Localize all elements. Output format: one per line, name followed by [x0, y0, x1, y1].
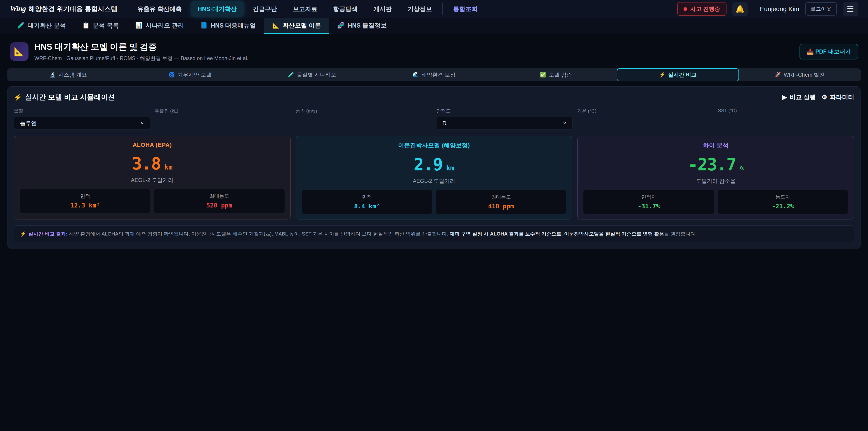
spill-volume-label: 유출량 (kL) [155, 108, 291, 114]
section-tab-label: 실시간 비교 [668, 71, 697, 79]
difference-value: -23.7 [688, 155, 736, 174]
incident-dot-icon [684, 7, 687, 11]
stat-label: 최대농도 [156, 193, 282, 199]
section-tab-label: WRF-Chem 발전 [784, 71, 825, 79]
subtab-dispersion-analysis[interactable]: 🧪 대기확산 분석 [9, 18, 74, 34]
parameters-button[interactable]: ⚙ 파라미터 [822, 93, 854, 101]
section-tab-system-overview[interactable]: 🔬 시스템 개요 [7, 68, 129, 81]
stat-concentration-difference: 농도차 -21.2% [718, 190, 848, 214]
menu-item-weather[interactable]: 기상정보 [401, 1, 439, 17]
subtab-label: HNS 물질정보 [348, 22, 387, 30]
section-tab-wrf-chem[interactable]: 🚀 WRF-Chem 발전 [739, 68, 861, 81]
wind-speed-label: 풍속 (m/s) [296, 108, 432, 114]
page-icon-badge: 📐 [10, 42, 29, 61]
section-tab-label: 가우시안 모델 [178, 71, 212, 79]
wave-icon: 🌊 [412, 72, 418, 78]
card-title: ALOHA (EPA) [20, 142, 285, 149]
material-select[interactable]: 톨루엔 ∨ [14, 117, 150, 129]
subtab-scenario-management[interactable]: 📊 시나리오 관리 [127, 18, 192, 34]
lightning-icon: ⚡ [20, 231, 26, 237]
leemoonjin-distance-unit: km [446, 164, 454, 172]
sub-nav: 🧪 대기확산 분석 📋 분석 목록 📊 시나리오 관리 📘 HNS 대응매뉴얼 … [0, 18, 868, 34]
aloha-result-card: ALOHA (EPA) 3.8 km AEGL-2 도달거리 면적 12.3 k… [14, 136, 291, 219]
stat-area-difference: 면적차 -31.7% [583, 190, 714, 214]
air-temp-label: 기온 (°C) [577, 108, 713, 114]
subtab-label: 시나리오 관리 [146, 22, 184, 30]
microscope-icon: 🔬 [50, 72, 56, 78]
panel-title-text: 실시간 모델 비교 시뮬레이션 [25, 92, 115, 102]
menu-item-emergency-rescue[interactable]: 긴급구난 [246, 1, 284, 17]
pdf-export-button[interactable]: 📥 PDF 내보내기 [800, 44, 858, 59]
subtab-model-theory[interactable]: 📐 확산모델 이론 [264, 18, 329, 34]
subtab-hns-substance-info[interactable]: 🧬 HNS 물질정보 [329, 18, 395, 34]
page-subtitle: WRF-Chem · Gaussian Plume/Puff · ROMS · … [34, 55, 248, 62]
stat-label: 면적차 [586, 194, 712, 201]
stat-value: 520 ppm [156, 202, 282, 209]
menu-item-reports[interactable]: 보고자료 [286, 1, 324, 17]
check-mark-icon: ✅ [540, 72, 546, 78]
section-tab-realtime-comparison[interactable]: ⚡ 실시간 비교 [617, 68, 739, 81]
subtab-label: 분석 목록 [93, 22, 119, 30]
stat-value: -31.7% [586, 203, 712, 210]
menu-divider [442, 3, 443, 15]
run-comparison-label: 비교 실행 [789, 93, 816, 101]
material-select-value: 톨루엔 [20, 120, 37, 127]
gear-icon: ⚙ [822, 94, 827, 101]
lightning-icon: ⚡ [14, 93, 22, 101]
sst-input[interactable] [718, 116, 854, 129]
stat-label: 면적 [304, 194, 430, 201]
book-icon: 📘 [200, 22, 208, 29]
stability-select[interactable]: D ∨ [436, 117, 572, 129]
section-tab-substance-scenario[interactable]: 🧪 물질별 시나리오 [251, 68, 373, 81]
subtab-analysis-list[interactable]: 📋 분석 목록 [74, 18, 127, 34]
comparison-result-note: ⚡실시간 비교 결과: 해양 환경에서 ALOHA의 과대 예측 경향이 확인됩… [14, 225, 854, 242]
note-text: 해양 환경에서 ALOHA의 과대 예측 경향이 확인됩니다. 이문진박사모델은… [68, 231, 450, 237]
lightning-icon: ⚡ [659, 72, 665, 78]
stat-max-concentration: 최대농도 410 ppm [436, 190, 566, 214]
stat-value: -21.2% [720, 203, 846, 210]
section-tab-marine-correction[interactable]: 🌊 해양환경 보정 [373, 68, 495, 81]
dna-icon: 🧬 [337, 22, 344, 29]
section-tab-model-validation[interactable]: ✅ 모델 검증 [495, 68, 617, 81]
menu-item-aerial-search[interactable]: 항공탐색 [327, 1, 364, 17]
test-tube-icon: 🧪 [17, 22, 24, 29]
stat-value: 8.4 km² [304, 203, 430, 210]
wind-speed-input[interactable] [296, 117, 432, 129]
chevron-down-icon: ∨ [141, 121, 144, 125]
triangular-ruler-icon: 📐 [14, 47, 24, 57]
stat-label: 최대농도 [438, 194, 564, 201]
note-strong-text: 대피 구역 설정 시 ALOHA 결과를 보수적 기준으로, 이문진박사모델을 … [450, 231, 664, 237]
stat-area: 면적 8.4 km² [302, 190, 432, 214]
spill-volume-input[interactable] [155, 117, 291, 129]
page-header: 📐 HNS 대기확산 모델 이론 및 검증 WRF-Chem · Gaussia… [0, 34, 868, 67]
menu-item-board[interactable]: 게시판 [367, 1, 399, 17]
pdf-export-label: PDF 내보내기 [815, 49, 851, 55]
logout-button[interactable]: 로그아웃 [805, 2, 837, 16]
subtab-label: HNS 대응매뉴얼 [211, 22, 256, 30]
leemoonjin-distance-value: 2.9 [414, 155, 442, 174]
difference-analysis-card: 차이 분석 -23.7 % 도달거리 감소율 면적차 -31.7% 농도차 -2… [577, 136, 854, 219]
page-title: HNS 대기확산 모델 이론 및 검증 [34, 41, 248, 53]
card-caption: 도달거리 감소율 [583, 177, 848, 185]
logo-mark: Wing [10, 4, 26, 13]
air-temp-input[interactable] [577, 117, 713, 129]
triangular-ruler-icon: 📐 [272, 22, 279, 29]
run-comparison-button[interactable]: ▶ 비교 실행 [782, 93, 816, 101]
parameters-label: 파라미터 [830, 93, 854, 101]
subtab-hns-manual[interactable]: 📘 HNS 대응매뉴얼 [192, 18, 264, 34]
menu-item-integrated-search[interactable]: 통합조회 [446, 1, 485, 17]
play-icon: ▶ [782, 94, 787, 101]
inbox-tray-icon: 📥 [807, 49, 814, 55]
realtime-comparison-panel: ⚡ 실시간 모델 비교 시뮬레이션 ▶ 비교 실행 ⚙ 파라미터 물질 톨루엔 … [7, 86, 861, 249]
hamburger-icon: ☰ [847, 4, 854, 14]
app-menu-button[interactable]: ☰ [843, 2, 858, 16]
user-divider [754, 4, 754, 14]
notifications-button[interactable]: 🔔 [733, 2, 748, 16]
section-tab-gaussian-model[interactable]: 🌀 가우시안 모델 [129, 68, 251, 81]
menu-item-hns-dispersion[interactable]: HNS·대기확산 [191, 1, 244, 17]
top-bar: Wing 해양환경 위기대응 통합시스템 유출유 확산예측 HNS·대기확산 긴… [0, 0, 868, 18]
menu-item-oil-spill[interactable]: 유출유 확산예측 [130, 1, 188, 17]
app-logo: Wing 해양환경 위기대응 통합시스템 [10, 4, 117, 13]
stability-select-value: D [442, 120, 446, 127]
panel-title: ⚡ 실시간 모델 비교 시뮬레이션 [14, 92, 115, 102]
